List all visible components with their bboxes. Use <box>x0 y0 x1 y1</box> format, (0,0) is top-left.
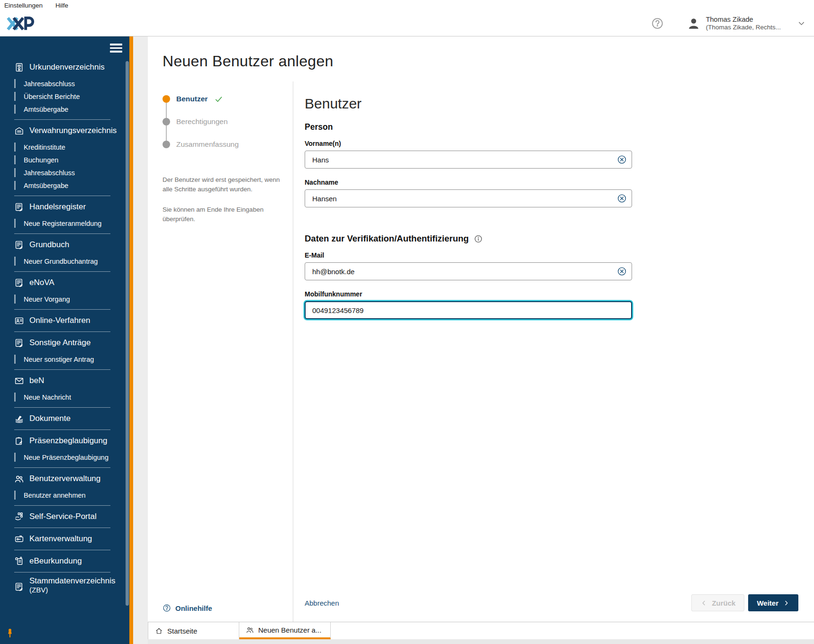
user-menu[interactable]: Thomas Zikade (Thomas Zikade, Rechts... <box>687 15 806 32</box>
content-gutter <box>133 36 148 644</box>
sidebar-divider <box>14 369 110 370</box>
sidebar-section-sonstige-antraege[interactable]: Sonstige Anträge <box>0 336 129 350</box>
tabstrip-filler <box>331 622 814 639</box>
sidebar-divider <box>14 309 110 310</box>
question-circle-icon[interactable] <box>651 17 664 30</box>
wizard-stepper-panel: Benutzer Berechtigungen Zusammenfassung … <box>148 81 293 622</box>
sidebar-item-neue-registeranmeldung[interactable]: Neue Registeranmeldung <box>0 217 129 230</box>
sidebar-section-self-service-portal[interactable]: Self-Service-Portal <box>0 510 129 524</box>
sidebar-divider <box>14 271 110 272</box>
stepper-note-1: Der Benutzer wird erst gespeichert, wenn… <box>163 175 282 195</box>
hamburger-menu-icon[interactable] <box>110 44 122 54</box>
menu-einstellungen[interactable]: Einstellungen <box>4 2 43 9</box>
sidebar-section-dokumente[interactable]: Dokumente <box>0 411 129 426</box>
info-circle-icon[interactable] <box>474 234 483 243</box>
sidebar-item-neue-nachricht[interactable]: Neue Nachricht <box>0 391 129 403</box>
sidebar-item-neuer-vorgang[interactable]: Neuer Vorgang <box>0 293 129 305</box>
chevron-down-icon[interactable] <box>796 18 806 28</box>
sidebar-section-enova[interactable]: eNoVA <box>0 276 129 290</box>
menubar: Einstellungen Hilfe <box>0 0 814 11</box>
sidebar-item-jahresabschluss-vvz[interactable]: Jahresabschluss <box>0 166 129 179</box>
online-help-link[interactable]: Onlinehilfe <box>163 604 283 612</box>
page-title: Neuen Benutzer anlegen <box>163 53 814 70</box>
sidebar-section-label: Präsenzbeglaubigung <box>29 436 107 446</box>
check-icon <box>214 95 223 104</box>
form-heading: Benutzer <box>305 96 798 112</box>
person-icon <box>687 17 701 31</box>
next-button[interactable]: Weiter <box>748 594 798 611</box>
xnp-application-window: Einstellungen Hilfe Thomas Zikade (Thoma… <box>0 0 814 644</box>
vorname-input[interactable] <box>305 151 632 169</box>
sidebar-item-neuer-grundbuchantrag[interactable]: Neuer Grundbuchantrag <box>0 255 129 268</box>
clipboard-pencil-icon <box>14 436 24 446</box>
email-label: E-Mail <box>305 251 798 259</box>
sidebar-scrollbar[interactable] <box>126 61 129 606</box>
user-text: Thomas Zikade (Thomas Zikade, Rechts... <box>706 15 781 32</box>
sidebar-section-stammdatenverzeichnis[interactable]: Stammdatenverzeichnis (ZBV) <box>0 576 129 594</box>
sidebar-item-jahresabschluss[interactable]: Jahresabschluss <box>0 77 129 90</box>
clear-circle-x-icon[interactable] <box>617 155 627 165</box>
sidebar-item-neue-praesenzbeglaubigung[interactable]: Neue Präsenzbeglaubigung <box>0 451 129 464</box>
accent-bar <box>129 36 133 644</box>
sidebar-divider <box>14 505 110 506</box>
nachname-input[interactable] <box>305 189 632 207</box>
sidebar-section-grundbuch[interactable]: Grundbuch <box>0 238 129 252</box>
sidebar-section-label: eNoVA <box>29 278 54 287</box>
chevron-right-icon <box>783 599 790 607</box>
stepper-step-benutzer[interactable]: Benutzer <box>163 95 283 103</box>
chevron-left-icon <box>700 599 707 607</box>
pushpin-icon[interactable] <box>5 628 15 638</box>
sidebar-item-buchungen[interactable]: Buchungen <box>0 153 129 166</box>
stepper-step-berechtigungen: Berechtigungen <box>163 117 283 126</box>
back-button[interactable]: Zurück <box>691 594 744 611</box>
sidebar-item-amtsuebergabe-vvz[interactable]: Amtsübergabe <box>0 179 129 192</box>
sidebar-section-label: Kartenverwaltung <box>29 534 92 544</box>
sidebar-section-urkundenverzeichnis[interactable]: Urkundenverzeichnis <box>0 60 129 74</box>
sidebar-section-kartenverwaltung[interactable]: Kartenverwaltung <box>0 532 129 546</box>
sidebar-section-label: Sonstige Anträge <box>29 338 90 348</box>
menu-hilfe[interactable]: Hilfe <box>55 2 68 9</box>
sidebar-nav: Urkundenverzeichnis Jahresabschluss Über… <box>0 36 129 605</box>
step-dot <box>163 118 170 125</box>
sidebar-section-label: Online-Verfahren <box>29 316 90 325</box>
sidebar-section-handelsregister[interactable]: Handelsregister <box>0 200 129 214</box>
envelope-icon <box>14 376 24 386</box>
sidebar-section-label: eBeurkundung <box>29 556 82 566</box>
tab-startseite[interactable]: Startseite <box>148 622 239 639</box>
form-footer: Abbrechen Zurück Weiter <box>305 594 798 622</box>
sidebar-section-ben[interactable]: beN <box>0 374 129 388</box>
sidebar-item-amtsuebergabe[interactable]: Amtsübergabe <box>0 103 129 116</box>
vorname-label: Vorname(n) <box>305 140 798 147</box>
step-label: Benutzer <box>176 95 208 103</box>
field-vorname: Vorname(n) <box>305 140 798 169</box>
sidebar-section-label: Verwahrungsverzeichnis <box>29 126 117 135</box>
bottom-tab-bar: Startseite Neuen Benutzer a... <box>148 622 814 639</box>
sidebar-section-online-verfahren[interactable]: Online-Verfahren <box>0 313 129 328</box>
bottom-strip <box>148 639 814 644</box>
sidebar-section-label: Grundbuch <box>29 240 69 250</box>
sidebar-item-kreditinstitute[interactable]: Kreditinstitute <box>0 141 129 153</box>
sidebar-section-label: Dokumente <box>29 414 71 423</box>
sidebar-divider <box>14 407 110 408</box>
archive-box-icon <box>14 126 24 136</box>
mobilfunknummer-input[interactable] <box>305 301 632 319</box>
sidebar: Urkundenverzeichnis Jahresabschluss Über… <box>0 36 129 644</box>
sidebar-divider <box>14 233 110 234</box>
sidebar-section-benutzerverwaltung[interactable]: Benutzerverwaltung <box>0 472 129 486</box>
sidebar-section-praesenzbeglaubigung[interactable]: Präsenzbeglaubigung <box>0 434 129 448</box>
field-mobilfunknummer: Mobilfunknummer <box>305 290 798 319</box>
email-input[interactable] <box>305 262 632 280</box>
sidebar-divider <box>14 429 110 430</box>
clear-circle-x-icon[interactable] <box>617 194 627 204</box>
hand-modules-icon <box>14 512 24 522</box>
card-reader-icon <box>14 534 24 544</box>
clear-circle-x-icon[interactable] <box>617 267 627 277</box>
header-right: Thomas Zikade (Thomas Zikade, Rechts... <box>651 15 814 32</box>
sidebar-section-ebeurkundung[interactable]: eBeurkundung <box>0 554 129 568</box>
sidebar-section-verwahrungsverzeichnis[interactable]: Verwahrungsverzeichnis <box>0 124 129 138</box>
tab-neuen-benutzer-anlegen[interactable]: Neuen Benutzer a... <box>239 622 331 639</box>
sidebar-item-neuer-sonstiger-antrag[interactable]: Neuer sonstiger Antrag <box>0 353 129 366</box>
sidebar-item-benutzer-annehmen[interactable]: Benutzer annehmen <box>0 489 129 501</box>
cancel-link[interactable]: Abbrechen <box>305 599 339 607</box>
sidebar-item-uebersicht-berichte[interactable]: Übersicht Berichte <box>0 90 129 103</box>
